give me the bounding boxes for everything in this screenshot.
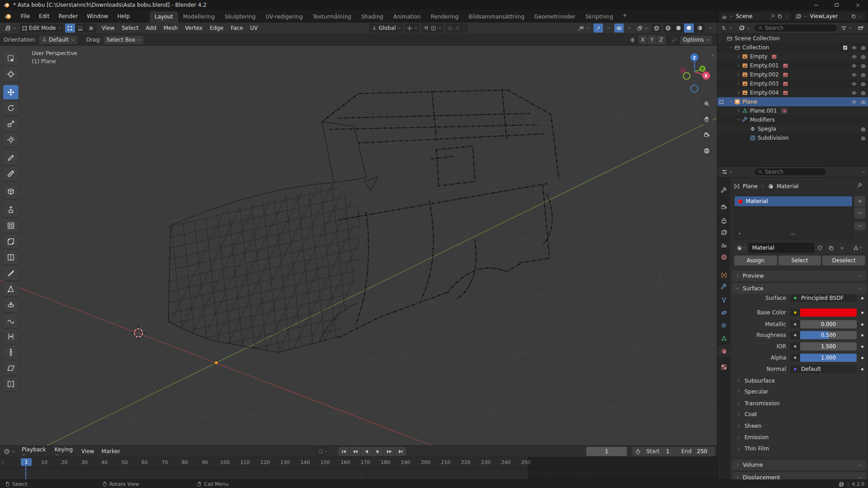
snap-magnet-icon[interactable]	[423, 25, 429, 31]
outliner-row-subdivision[interactable]: Subdivision	[717, 133, 868, 142]
workspace-tab-shading[interactable]: Shading	[356, 11, 388, 23]
surface-subsection-transmission[interactable]: Transmission	[736, 398, 780, 408]
delete-viewlayer-button[interactable]	[857, 14, 864, 19]
breadcrumb-datablock[interactable]: Material	[777, 183, 799, 190]
edge-select-button[interactable]	[76, 24, 86, 33]
playhead-line[interactable]	[25, 466, 26, 479]
socket-button[interactable]	[790, 342, 800, 351]
pan-hand-button[interactable]	[700, 113, 713, 125]
outliner-row-empty[interactable]: Empty	[717, 52, 868, 61]
surface-subsection-sheen[interactable]: Sheen	[736, 421, 762, 431]
start-frame-field[interactable]: 1	[666, 448, 669, 455]
tool-rotate[interactable]	[3, 101, 19, 115]
workspace-tab-skulptering[interactable]: Skulptering	[220, 11, 261, 23]
mode-dropdown[interactable]: Edit Mode	[20, 24, 63, 33]
delete-scene-button[interactable]	[783, 14, 790, 19]
slot-specials-dropdown[interactable]	[854, 222, 865, 230]
properties-tab-object-data[interactable]	[717, 332, 730, 344]
outliner-row-empty-001[interactable]: Empty.001	[717, 61, 868, 70]
camera-view-button[interactable]	[700, 128, 713, 141]
material-preview-button[interactable]	[684, 24, 694, 33]
tool-knife[interactable]	[3, 266, 19, 280]
expander-down-icon[interactable]	[728, 45, 734, 50]
gizmo-dropdown[interactable]	[605, 24, 612, 33]
outliner-row-spegla[interactable]: Spegla	[717, 124, 868, 133]
region-collapse-chevron[interactable]: ‹	[711, 52, 714, 58]
outliner-scope-dropdown[interactable]	[737, 24, 752, 33]
socket-button[interactable]	[790, 308, 800, 317]
unlink-material-button[interactable]	[837, 243, 847, 253]
socket-button[interactable]	[790, 331, 800, 339]
material-slot-list[interactable]: Material	[734, 196, 853, 239]
volume-panel-header[interactable]: Volume	[732, 460, 867, 470]
timeline-menu-view[interactable]: View	[78, 448, 98, 455]
maximize-button[interactable]	[826, 0, 847, 10]
timeline-editor-type-button[interactable]	[2, 447, 17, 456]
surface-subsection-emission[interactable]: Emission	[736, 432, 768, 442]
tool-extrude-region[interactable]	[3, 203, 19, 217]
overlays-dropdown[interactable]	[626, 24, 633, 33]
properties-tab-tool[interactable]	[717, 185, 730, 196]
assign-button[interactable]: Assign	[734, 256, 777, 265]
viewport-menu-mesh[interactable]: Mesh	[160, 25, 182, 31]
socket-button[interactable]	[790, 294, 800, 302]
property-widget-metallic[interactable]: 0.000	[790, 320, 857, 328]
outliner-filter-dropdown[interactable]	[839, 24, 854, 33]
tool-loop-cut[interactable]	[3, 250, 19, 265]
property-widget-base-color[interactable]	[790, 308, 857, 317]
animate-dot[interactable]	[861, 334, 863, 336]
workspace-tab-layout[interactable]: Layout	[150, 11, 178, 23]
vertex-select-button[interactable]	[65, 24, 76, 33]
add-workspace-button[interactable]: +	[618, 10, 632, 23]
shading-dropdown[interactable]	[707, 24, 714, 33]
expander-right-icon[interactable]	[735, 81, 742, 86]
tool-options-dropdown[interactable]: Options	[680, 36, 712, 44]
properties-tab-constraints[interactable]	[717, 319, 730, 331]
next-keyframe-button[interactable]	[384, 447, 395, 456]
tool-measure[interactable]	[3, 166, 19, 181]
eye-icon[interactable]	[851, 99, 857, 105]
outliner-row-collection[interactable]: Collection	[717, 43, 868, 52]
browse-material-dropdown[interactable]	[734, 243, 749, 253]
viewport-menu-edge[interactable]: Edge	[206, 25, 227, 31]
prev-keyframe-button[interactable]	[350, 447, 361, 456]
tool-smooth[interactable]	[3, 313, 19, 328]
visibility-dropdown[interactable]	[576, 24, 592, 33]
camera-icon[interactable]	[860, 135, 866, 141]
grip-handle[interactable]	[857, 462, 863, 468]
tool-move[interactable]	[3, 85, 19, 99]
expander-right-icon[interactable]	[735, 109, 742, 113]
tool-inset-faces[interactable]	[3, 218, 19, 233]
mirror-y-button[interactable]: Y	[648, 35, 657, 44]
camera-icon[interactable]	[860, 54, 866, 60]
play-reverse-button[interactable]	[361, 447, 372, 456]
workspace-tab-rendering[interactable]: Rendering	[426, 11, 463, 23]
new-viewlayer-button[interactable]	[850, 14, 857, 19]
expander-right-icon[interactable]	[735, 90, 742, 95]
navigation-gizmo[interactable]: Z Y X	[680, 53, 710, 92]
disclosure-icon[interactable]	[737, 231, 742, 236]
properties-tab-world[interactable]	[717, 251, 730, 263]
viewport-menu-uv[interactable]: UV	[247, 25, 261, 31]
expander-right-icon[interactable]	[735, 63, 742, 68]
slider[interactable]: 1.500	[800, 342, 857, 351]
surface-panel-header[interactable]: Surface	[732, 283, 867, 294]
properties-tab-output[interactable]	[717, 215, 730, 227]
car-wireframe-mesh[interactable]	[149, 90, 559, 382]
breadcrumb-object[interactable]: Plane	[743, 183, 758, 190]
outliner-row-plane[interactable]: Plane	[717, 97, 868, 106]
tool-transform[interactable]	[3, 133, 19, 147]
viewlayer-selector[interactable]: ViewLayer	[793, 12, 866, 21]
preview-panel-header[interactable]: Preview	[732, 270, 867, 281]
socket-button[interactable]	[790, 320, 800, 328]
snap-pivot-dropdown[interactable]	[405, 24, 420, 33]
slider[interactable]: 0.000	[800, 320, 857, 328]
check-icon[interactable]	[842, 45, 848, 51]
proportional-edit-group[interactable]	[446, 24, 468, 33]
animate-dot[interactable]	[861, 312, 863, 314]
mirror-icon[interactable]	[629, 37, 636, 43]
surface-subsection-subsurface[interactable]: Subsurface	[736, 376, 775, 386]
property-widget-ior[interactable]: 1.500	[790, 342, 857, 351]
wireframe-shading-button[interactable]	[663, 24, 674, 33]
outliner-row-empty-003[interactable]: Empty.003	[717, 79, 868, 88]
